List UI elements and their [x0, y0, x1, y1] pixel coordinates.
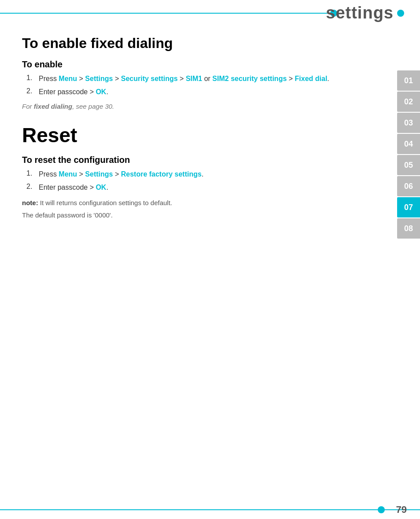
step-number: 1.	[26, 74, 39, 82]
ok-link-2[interactable]: OK	[96, 184, 106, 191]
step-number: 2.	[26, 183, 39, 191]
reset-subsection: To reset the configuration	[22, 155, 372, 165]
security-settings-link[interactable]: Security settings	[121, 75, 178, 82]
chapter-tab-07[interactable]: 07	[397, 197, 420, 217]
settings-link[interactable]: Settings	[85, 75, 113, 82]
step-text: Press Menu > Settings > Security setting…	[39, 74, 329, 84]
chapter-tab-01[interactable]: 01	[397, 70, 420, 91]
note: note: It will returns configuration sett…	[22, 198, 372, 208]
footer-dot	[378, 506, 385, 513]
menu-link[interactable]: Menu	[59, 75, 77, 82]
fixed-dialing-steps: 1. Press Menu > Settings > Security sett…	[26, 74, 372, 97]
step-text: Enter passcode > OK.	[39, 183, 108, 192]
step-item: 2. Enter passcode > OK.	[26, 87, 372, 97]
footer: 79	[0, 501, 420, 519]
sim2-security-link[interactable]: SIM2 security settings	[212, 75, 287, 82]
chapter-tab-02[interactable]: 02	[397, 92, 420, 112]
chapter-tab-08[interactable]: 08	[397, 218, 420, 239]
chapter-tab-05[interactable]: 05	[397, 155, 420, 175]
note-body: It will returns configuration settings t…	[40, 199, 172, 206]
step-number: 1.	[26, 169, 39, 177]
footer-line	[0, 509, 420, 510]
menu-link-2[interactable]: Menu	[59, 170, 77, 178]
header-line	[0, 13, 335, 14]
reset-steps: 1. Press Menu > Settings > Restore facto…	[26, 169, 372, 193]
reset-title: Reset	[22, 123, 372, 147]
chapter-tab-04[interactable]: 04	[397, 134, 420, 154]
header-dot-right	[397, 10, 404, 17]
step-text: Enter passcode > OK.	[39, 87, 108, 97]
fixed-dialing-title: To enable fixed dialing	[22, 35, 372, 52]
page-title: settings	[326, 4, 394, 22]
settings-link-2[interactable]: Settings	[85, 170, 113, 178]
chapter-tab-06[interactable]: 06	[397, 176, 420, 196]
footnote-bold: fixed dialing	[34, 103, 73, 110]
restore-factory-link[interactable]: Restore factory settings	[121, 170, 202, 178]
step-item: 1. Press Menu > Settings > Security sett…	[26, 74, 372, 84]
fixed-dialing-subsection: To enable	[22, 59, 372, 70]
header: settings	[0, 0, 420, 26]
page-number: 79	[396, 504, 407, 515]
fixed-dial-link[interactable]: Fixed dial	[295, 75, 328, 82]
ok-link-1[interactable]: OK	[96, 88, 106, 96]
main-content: To enable fixed dialing To enable 1. Pre…	[22, 31, 372, 497]
chapter-tab-03[interactable]: 03	[397, 113, 420, 133]
footnote-suffix: , see page 30.	[72, 103, 114, 110]
footnote-prefix: For	[22, 103, 34, 110]
step-item: 2. Enter passcode > OK.	[26, 183, 372, 192]
sim1-link[interactable]: SIM1	[186, 75, 202, 82]
note-label: note:	[22, 199, 38, 206]
note-line2: The default password is '0000'.	[22, 210, 372, 221]
chapter-tabs: 0102030405060708	[397, 70, 420, 239]
footnote: For fixed dialing, see page 30.	[22, 103, 372, 110]
step-number: 2.	[26, 87, 39, 95]
step-text: Press Menu > Settings > Restore factory …	[39, 169, 203, 179]
step-item: 1. Press Menu > Settings > Restore facto…	[26, 169, 372, 179]
